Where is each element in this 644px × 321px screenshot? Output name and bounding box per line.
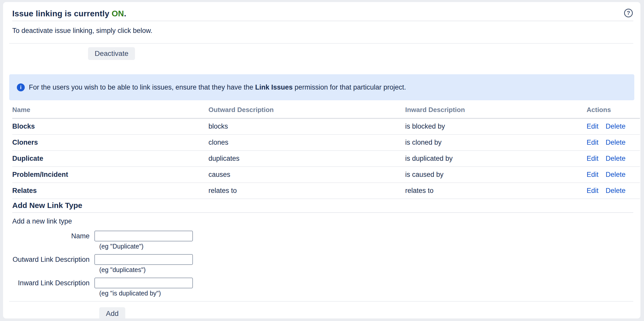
outward-description: causes — [208, 167, 405, 183]
deactivate-button[interactable]: Deactivate — [88, 47, 135, 60]
delete-link[interactable]: Delete — [606, 139, 626, 146]
outward-description: clones — [208, 134, 405, 151]
help-icon[interactable]: ? — [624, 9, 633, 17]
link-type-name: Cloners — [12, 134, 208, 151]
edit-link[interactable]: Edit — [587, 187, 599, 194]
form-row-inward: Inward Link Description (eg "is duplicat… — [12, 278, 634, 297]
column-header-actions: Actions — [587, 106, 640, 118]
link-types-table: Name Outward Description Inward Descript… — [12, 106, 640, 199]
table-row-blocks: Blocks blocks is blocked by EditDelete — [12, 118, 640, 134]
name-field-help: (eg "Duplicate") — [99, 242, 634, 250]
table-row-duplicate: Duplicate duplicates is duplicated by Ed… — [12, 151, 640, 167]
link-type-name: Duplicate — [12, 151, 208, 167]
row-actions: EditDelete — [587, 167, 640, 183]
edit-link[interactable]: Edit — [587, 139, 599, 146]
inward-field-label: Inward Link Description — [12, 279, 94, 287]
deactivate-row: Deactivate — [9, 44, 634, 60]
add-button[interactable]: Add — [99, 307, 125, 318]
outward-description: relates to — [208, 183, 405, 199]
outward-field-label: Outward Link Description — [12, 256, 94, 264]
deactivate-hint-text: To deactivate issue linking, simply clic… — [12, 26, 633, 35]
inward-description: is caused by — [405, 167, 587, 183]
outward-description-field[interactable] — [94, 254, 193, 265]
row-actions: EditDelete — [587, 151, 640, 167]
outward-description: duplicates — [208, 151, 405, 167]
info-text-after: permission for that particular project. — [293, 83, 406, 91]
name-field[interactable] — [94, 231, 193, 241]
row-actions: EditDelete — [587, 118, 640, 134]
edit-link[interactable]: Edit — [587, 122, 599, 130]
column-header-name: Name — [12, 106, 208, 118]
info-banner-text: For the users you wish to be able to lin… — [29, 83, 406, 92]
info-icon: i — [17, 83, 25, 91]
name-field-label: Name — [12, 232, 94, 240]
page-title-period: . — [124, 9, 126, 18]
page-title-text: Issue linking is currently — [12, 9, 112, 18]
edit-link[interactable]: Edit — [587, 171, 599, 178]
delete-link[interactable]: Delete — [606, 155, 626, 162]
inward-description: relates to — [405, 183, 587, 199]
page-title: Issue linking is currently ON. — [12, 9, 126, 18]
link-type-name: Problem/Incident — [12, 167, 208, 183]
header: Issue linking is currently ON. ? — [12, 8, 633, 18]
outward-field-help: (eg "duplicates") — [99, 266, 634, 274]
title-divider — [12, 21, 633, 21]
column-header-outward: Outward Description — [208, 106, 405, 118]
edit-link[interactable]: Edit — [587, 155, 599, 162]
table-row-cloners: Cloners clones is cloned by EditDelete — [12, 134, 640, 151]
issue-linking-panel: Issue linking is currently ON. ? To deac… — [3, 2, 640, 318]
inward-description: is blocked by — [405, 118, 587, 134]
link-type-name: Relates — [12, 183, 208, 199]
form-bottom-divider — [9, 301, 633, 302]
status-on-badge: ON — [112, 9, 124, 18]
delete-link[interactable]: Delete — [606, 187, 626, 194]
add-link-type-form: Name (eg "Duplicate") Outward Link Descr… — [12, 231, 634, 297]
link-type-name: Blocks — [12, 118, 208, 134]
add-new-link-type-heading: Add New Link Type — [12, 201, 633, 213]
inward-description: is duplicated by — [405, 151, 587, 167]
row-actions: EditDelete — [587, 183, 640, 199]
info-text-link-issues: Link Issues — [255, 83, 293, 91]
info-banner: i For the users you wish to be able to l… — [9, 74, 634, 100]
add-form-description: Add a new link type — [12, 217, 634, 226]
delete-link[interactable]: Delete — [606, 171, 626, 178]
form-row-name: Name (eg "Duplicate") — [12, 231, 634, 250]
inward-description-field[interactable] — [94, 278, 193, 288]
table-header-row: Name Outward Description Inward Descript… — [12, 106, 640, 118]
table-row-problem-incident: Problem/Incident causes is caused by Edi… — [12, 167, 640, 183]
row-actions: EditDelete — [587, 134, 640, 151]
form-row-outward: Outward Link Description (eg "duplicates… — [12, 254, 634, 274]
delete-link[interactable]: Delete — [606, 122, 626, 130]
column-header-inward: Inward Description — [405, 106, 587, 118]
inward-description: is cloned by — [405, 134, 587, 151]
info-text-before: For the users you wish to be able to lin… — [29, 83, 255, 91]
inward-field-help: (eg "is duplicated by") — [99, 289, 634, 297]
outward-description: blocks — [208, 118, 405, 134]
table-row-relates: Relates relates to relates to EditDelete — [12, 183, 640, 199]
